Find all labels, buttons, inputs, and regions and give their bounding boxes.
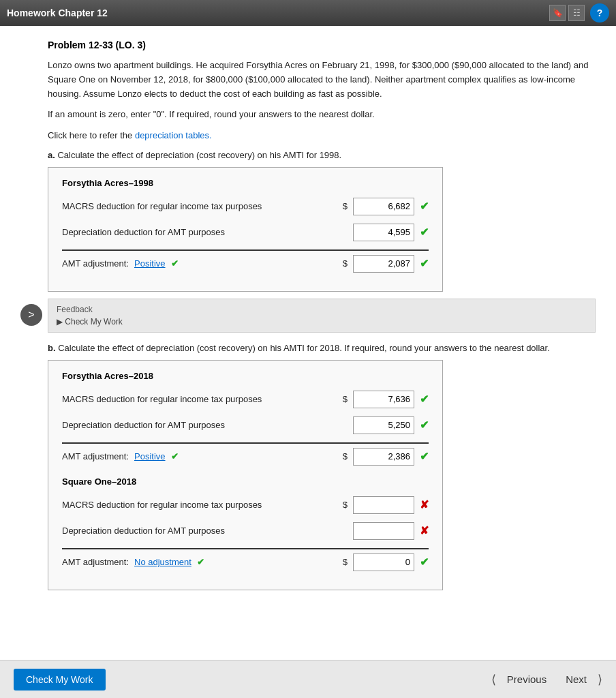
title-bar: Homework Chapter 12 🔖 ☷ ? [0,0,616,26]
section-a-row2-input[interactable] [353,224,414,241]
main-window: Homework Chapter 12 🔖 ☷ ? > Problem 12-3… [0,0,616,698]
section-b2-row2-input[interactable] [353,522,414,540]
section-a-row1-check: ✔ [420,200,429,213]
section-b1-amt-input[interactable] [353,448,414,466]
section-b2-row1-label: MACRS deduction for regular income tax p… [62,500,337,510]
section-b2-row2-label: Depreciation deduction for AMT purposes [62,526,348,536]
section-b2-row1: MACRS deduction for regular income tax p… [62,496,429,514]
section-a-amt-adj-check: ✔ [171,258,179,269]
section-b1-row1-input[interactable] [353,391,414,408]
section-b2-row2: Depreciation deduction for AMT purposes … [62,522,429,540]
section-a-amt-dollar: $ [343,258,348,269]
icon-grid[interactable]: ☷ [568,5,585,21]
problem-instruction1: If an amount is zero, enter "0". If requ… [48,108,596,122]
depreciation-tables-link[interactable]: depreciation tables. [135,130,212,140]
section-b1-row1: MACRS deduction for regular income tax p… [62,391,429,408]
section-a-box: Forsythia Acres–1998 MACRS deduction for… [48,167,443,292]
content-wrapper: > Problem 12-33 (LO. 3) Lonzo owns two a… [20,40,596,590]
section-a-amt-row: AMT adjustment: Positive ✔ $ ✔ [62,249,429,273]
section-b1-row2: Depreciation deduction for AMT purposes … [62,416,429,434]
section-b1-row1-dollar: $ [343,394,348,404]
section-b2-row1-dollar: $ [343,500,348,510]
section-a-row1-label: MACRS deduction for regular income tax p… [62,201,337,211]
section-a-title: Forsythia Acres–1998 [62,178,429,188]
section-b1-amt-check: ✔ [420,450,429,463]
section-b1-row1-check: ✔ [420,393,429,406]
section-b2-row1-input[interactable] [353,496,414,514]
section-a-amt-label: AMT adjustment: [62,258,129,269]
part-b-text: Calculate the effect of depreciation (co… [58,343,550,353]
section-b2-amt-dollar: $ [343,557,348,567]
feedback-a-label: Feedback [57,305,587,314]
part-a-label: a. Calculate the effect of depreciation … [48,150,596,160]
section-a-row1-dollar: $ [343,201,348,211]
section-b1-row2-check: ✔ [420,419,429,431]
check-my-work-button[interactable]: Check My Work [14,669,106,691]
help-icon[interactable]: ? [590,3,609,22]
section-b1-row2-input[interactable] [353,416,414,434]
section-b1-amt-row: AMT adjustment: Positive ✔ $ ✔ [62,442,429,466]
bottom-bar: Check My Work ⟨ Previous Next ⟩ [0,660,616,698]
part-a-text: Calculate the effect of depreciation (co… [57,150,341,160]
problem-instruction2: Click here to refer the depreciation tab… [48,129,596,143]
section-a-row2-check: ✔ [420,226,429,239]
title-bar-icons: 🔖 ☷ [549,5,585,21]
section-b1-row2-label: Depreciation deduction for AMT purposes [62,420,348,430]
nav-arrow-left[interactable]: > [20,304,42,326]
section-b2-amt-adj[interactable]: No adjustment [134,557,191,567]
section-b2-amt-adj-check: ✔ [197,557,204,567]
section-b2-amt-label: AMT adjustment: [62,557,129,567]
section-b2-row2-cross: ✘ [420,524,429,537]
section-a-amt-adj[interactable]: Positive [134,258,166,269]
part-b-label: b. Calculate the effect of depreciation … [48,343,596,353]
problem-title: Problem 12-33 (LO. 3) [48,40,596,50]
previous-button[interactable]: Previous [499,669,555,689]
section-b1-amt-adj[interactable]: Positive [134,451,166,461]
section-b2-amt-check: ✔ [420,556,429,568]
section-b1-amt-label: AMT adjustment: [62,451,129,461]
previous-chevron: ⟨ [491,672,496,687]
window-title: Homework Chapter 12 [7,7,544,18]
feedback-a-link[interactable]: Check My Work [57,317,587,327]
next-chevron: ⟩ [598,672,602,687]
section-b-box: Forsythia Acres–2018 MACRS deduction for… [48,360,443,590]
content-area: > Problem 12-33 (LO. 3) Lonzo owns two a… [0,26,616,660]
section-b2-title: Square One–2018 [62,476,429,487]
section-a-row2-label: Depreciation deduction for AMT purposes [62,227,348,237]
icon-bookmark[interactable]: 🔖 [549,5,566,21]
nav-buttons: ⟨ Previous Next ⟩ [491,669,602,689]
section-b1-amt-dollar: $ [343,451,348,461]
section-a-row1: MACRS deduction for regular income tax p… [62,198,429,215]
section-b1-amt-adj-check: ✔ [171,451,179,461]
section-a-amt-check: ✔ [420,257,429,270]
problem-description: Lonzo owns two apartment buildings. He a… [48,59,596,101]
section-a-row2: Depreciation deduction for AMT purposes … [62,224,429,241]
section-b2-amt-row: AMT adjustment: No adjustment ✔ $ ✔ [62,548,429,571]
section-b2-amt-input[interactable] [353,553,414,571]
section-b1-title: Forsythia Acres–2018 [62,371,429,381]
section-a-amt-input[interactable] [353,255,414,273]
feedback-a-box: Feedback Check My Work [48,299,596,333]
section-a-row1-input[interactable] [353,198,414,215]
section-b2-row1-cross: ✘ [420,498,429,511]
section-b1-row1-label: MACRS deduction for regular income tax p… [62,394,337,404]
next-button[interactable]: Next [557,669,595,689]
